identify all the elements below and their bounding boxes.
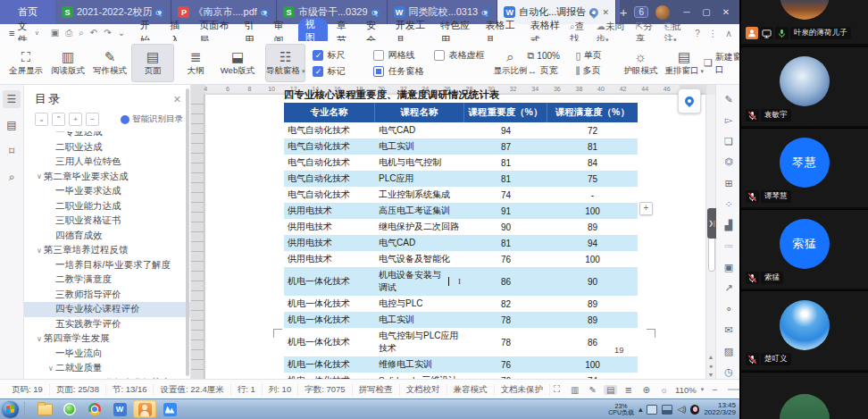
collapse-ribbon-button[interactable]: ∧ (725, 28, 732, 38)
ribbon-small-button[interactable]: ⧉100% (527, 49, 568, 62)
eye-protect-icon[interactable]: ☼ (657, 385, 671, 395)
table-row[interactable]: 电气自动化技术电气CAD9472 (284, 122, 638, 138)
chart-icon[interactable]: ▟ (722, 218, 736, 232)
status-item[interactable]: 文档未保护 (495, 384, 551, 396)
toc-icon[interactable]: ☰ (3, 90, 21, 108)
toc-item[interactable]: 二职业能力达成 (24, 199, 190, 214)
apps-icon[interactable]: ⁘ (722, 197, 736, 212)
checkbox-标尺[interactable]: ✓标尺 (313, 49, 364, 62)
smart-toc-button[interactable]: 智能识别目录 (121, 113, 183, 125)
table-row[interactable]: 机电一体化技术电工实训7889 (284, 312, 638, 328)
checkbox-网格线[interactable]: 网格线 (373, 49, 425, 62)
cpu-widget[interactable]: 23%CPU负载 (608, 403, 634, 416)
tray-expand-icon[interactable]: ▴ (638, 405, 643, 414)
more-button[interactable]: ⌄ (115, 28, 128, 38)
toc-item[interactable]: 一毕业流向 (24, 347, 190, 362)
participant-tile[interactable]: 袁敏宇 (741, 46, 868, 126)
start-button[interactable] (2, 401, 19, 418)
view-mode-button[interactable]: ✎写作模式 (89, 44, 130, 82)
toc-expand-down-button[interactable]: ⌄ (35, 113, 48, 126)
status-item[interactable]: 列: 10 (263, 384, 298, 396)
org-icon[interactable]: ⚬ (722, 302, 736, 316)
vertical-ruler[interactable] (191, 95, 204, 380)
new-tab-button[interactable]: + (620, 4, 628, 20)
toc-item[interactable]: 二教学满意度 (24, 272, 190, 288)
table-row[interactable]: 电气自动化技术PLC应用8175 (284, 171, 638, 187)
view-mode-button[interactable]: ≣大纲 (175, 44, 216, 82)
status-item[interactable]: 页码: 19 (5, 384, 50, 396)
checkbox-表格虚框[interactable]: 表格虚框 (434, 49, 486, 62)
toc-item[interactable]: 四德育成效 (24, 229, 190, 244)
table-row[interactable]: 电气自动化技术电工实训8781 (284, 138, 638, 155)
redo-button[interactable]: ↷ (101, 28, 113, 38)
web-view-icon[interactable]: ⊕ (639, 385, 653, 395)
stamp-icon[interactable]: ⏣ (722, 155, 736, 170)
location-pin-button[interactable] (678, 88, 701, 113)
user-avatar[interactable] (655, 5, 670, 20)
bookmark-icon[interactable]: ⌑ (3, 142, 21, 160)
toc-collapse-all-button[interactable]: − (86, 113, 99, 126)
save-button[interactable]: ▣ (48, 28, 62, 38)
table-row[interactable]: 机电一体化技术机电设备安装与调试I8690 (284, 267, 638, 296)
select-icon[interactable]: ▻ (722, 113, 736, 128)
pin-icon[interactable]: ⚲ (154, 5, 166, 18)
next-page-button[interactable]: ▼ (706, 372, 715, 378)
status-item[interactable]: 字数: 7075 (298, 384, 352, 396)
zoom-out-button[interactable]: − (708, 385, 722, 395)
ribbon-small-button[interactable]: ↔页宽 (527, 64, 568, 77)
qq-icon[interactable] (690, 405, 699, 415)
page-view-icon[interactable]: ▤ (604, 385, 617, 395)
close-icon[interactable]: ✕ (602, 8, 609, 17)
toc-twisty-icon[interactable]: ∨ (35, 172, 44, 180)
help-clock-icon[interactable]: ◷ (722, 365, 736, 380)
undo-button[interactable]: ↶ (88, 28, 100, 38)
taskbar-app-wps[interactable]: W (108, 400, 131, 418)
view-mode-button[interactable]: ⬓Web版式 (217, 44, 258, 82)
shape-icon[interactable]: ❏ (722, 134, 736, 148)
prev-page-button[interactable]: ▲ (706, 354, 715, 360)
toc-item[interactable]: 三教师指导评价 (24, 288, 190, 303)
pen-icon[interactable]: ✎ (722, 92, 736, 106)
read-view-icon[interactable]: ▥ (568, 385, 581, 395)
taskbar-app-tencent-meeting[interactable] (158, 400, 181, 418)
checkbox-任务窗格[interactable]: 任务窗格 (373, 65, 425, 78)
export-icon[interactable]: ↗ (722, 281, 736, 296)
toc-item[interactable]: 四专业核心课程评价 (24, 302, 190, 317)
status-item[interactable]: 节: 13/16 (106, 384, 154, 396)
toc-item[interactable]: ∨第四章学生发展 (24, 331, 190, 347)
checkbox-标记[interactable]: ✓标记 (313, 65, 364, 78)
write-mode-icon[interactable]: ✎ (586, 385, 599, 395)
picture-icon[interactable]: ▨ (722, 344, 736, 358)
more-menu-button[interactable]: ⋮ (708, 28, 718, 38)
nav-pane-button[interactable]: ☷ 导航窗格 ▾ (265, 44, 305, 82)
rearrange-windows-button[interactable]: ▤ 重排窗口 ▾ (664, 44, 703, 82)
toc-expand-all-button[interactable]: + (69, 113, 82, 126)
participant-tile[interactable]: 索猛索猛 (741, 209, 868, 289)
browse-object-button[interactable]: ● (706, 363, 715, 369)
participant-tile[interactable]: 楚叮义 (741, 290, 868, 370)
toc-item[interactable]: 三用人单位特色 (24, 155, 190, 170)
table-row[interactable]: 供用电技术电气设备及智能化76100 (284, 251, 638, 267)
status-item[interactable]: 页面: 25/38 (50, 384, 106, 396)
note-icon[interactable]: ▤ (3, 116, 21, 134)
view-mode-button[interactable]: ▥阅读版式 (47, 44, 88, 82)
status-item[interactable]: 拼写检查 (353, 384, 400, 396)
toc-item[interactable]: ∨第二章毕业要求达成 (24, 170, 190, 185)
fullscreen-view-icon[interactable]: ⛶ (550, 384, 563, 395)
tab-count-badge[interactable]: 6 (634, 6, 648, 18)
help-button[interactable]: ? (695, 28, 700, 38)
table-row[interactable]: 供用电技术高压电工考证集训91100 (284, 203, 638, 219)
taskbar-app-camera-app[interactable] (133, 400, 156, 418)
print-button[interactable]: ⎙ (63, 28, 75, 38)
eye-protect-button[interactable]: ☼ 护眼模式 (623, 44, 657, 82)
zoom-value[interactable]: 110% (675, 385, 697, 395)
table-row[interactable]: 供用电技术继电保护及二次回路9089 (284, 219, 638, 235)
outline-view-icon[interactable]: ≣ (622, 385, 635, 395)
mail-icon[interactable]: ✉ (722, 323, 736, 338)
image-icon[interactable]: ▣ (722, 260, 736, 274)
toc-item[interactable]: ∨二就业质量 (24, 361, 190, 376)
table-row[interactable]: 机电一体化技术维修电工实训76100 (284, 356, 638, 373)
taskbar-app-browser-360[interactable] (58, 400, 81, 418)
toc-twisty-icon[interactable]: ∨ (35, 247, 44, 255)
toc-item[interactable]: 二职业达成 (24, 140, 190, 155)
